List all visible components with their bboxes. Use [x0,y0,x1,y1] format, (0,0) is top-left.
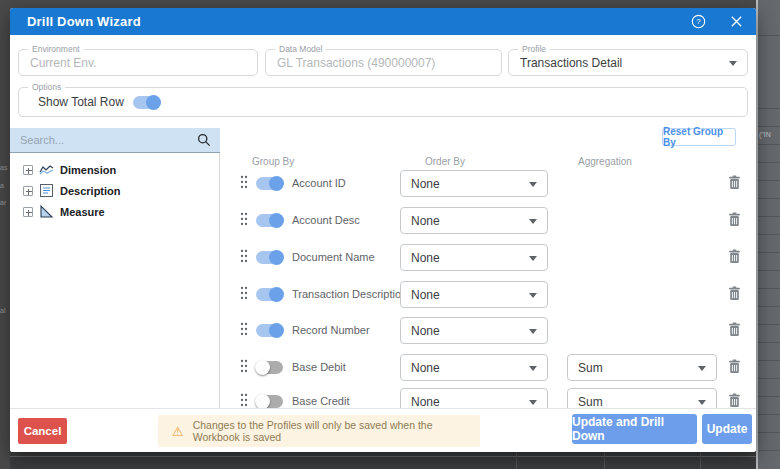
row-field-label: Account ID [292,177,346,189]
order-by-select[interactable]: None [400,354,548,381]
drag-handle-icon[interactable] [240,322,248,340]
search-placeholder: Search... [20,134,64,146]
trash-icon[interactable] [728,393,742,408]
order-by-select[interactable]: None [400,170,548,197]
group-by-row: Record NumberNone [220,313,756,347]
background-row-line [758,216,780,217]
background-top [10,0,756,8]
group-by-toggle[interactable] [256,177,283,190]
order-by-select[interactable]: None [400,281,548,308]
background-row-line [758,432,780,433]
trash-icon[interactable] [728,322,742,338]
background-text-fragment: a [0,182,4,189]
chevron-down-icon [529,182,537,187]
environment-label: Environment [28,44,84,54]
chevron-down-icon [529,329,537,334]
background-left: asaaral [0,0,10,469]
help-icon[interactable]: ? [691,14,706,29]
order-by-select[interactable]: None [400,244,548,271]
trash-icon[interactable] [728,175,742,191]
background-row-line [758,198,780,199]
search-input[interactable]: Search... [10,128,220,153]
aggregation-value: Sum [578,395,603,408]
tree-item-dimension[interactable]: Dimension [10,159,219,180]
warning-icon: ⚠ [172,425,184,438]
close-icon[interactable] [729,14,744,29]
drag-handle-icon[interactable] [240,393,248,408]
background-row-line [758,126,780,127]
trash-icon[interactable] [728,359,742,375]
background-text-fragment: ("IN [759,131,771,138]
show-total-row-label: Show Total Row [38,95,124,109]
options-group: Options Show Total Row [18,87,748,117]
drag-handle-icon[interactable] [240,359,248,377]
tree-item-description[interactable]: Description [10,180,219,201]
group-by-rows: Account IDNoneAccount DescNoneDocument N… [220,164,756,408]
trash-icon[interactable] [728,286,742,302]
search-icon[interactable] [197,133,211,147]
aggregation-select[interactable]: Sum [567,388,717,408]
group-by-toggle[interactable] [256,251,283,264]
order-by-select[interactable]: None [400,207,548,234]
group-by-toggle[interactable] [256,214,283,227]
tree-item-label: Dimension [60,164,116,176]
reset-group-by-button[interactable]: Reset Group By [662,128,736,146]
background-row-line [758,450,780,451]
background-row-line [758,396,780,397]
chevron-down-icon [529,400,537,405]
trash-icon[interactable] [728,212,742,228]
background-bottom [10,452,756,469]
drag-handle-icon[interactable] [240,175,248,193]
order-by-value: None [411,177,440,191]
expand-plus-icon[interactable] [23,186,33,196]
group-by-row: Base DebitNoneSum [220,350,756,384]
drill-down-wizard-dialog: Drill Down Wizard ? Environment Current … [10,8,756,452]
chevron-down-icon [698,400,706,405]
order-by-select[interactable]: None [400,388,548,408]
svg-text:?: ? [696,17,701,26]
order-by-value: None [411,324,440,338]
tree-item-measure[interactable]: Measure [10,201,219,222]
group-by-toggle[interactable] [256,288,283,301]
background-row-line [758,414,780,415]
dialog-title: Drill Down Wizard [10,14,141,29]
profile-select[interactable]: Profile Transactions Detail [508,49,748,76]
trash-icon[interactable] [728,249,742,265]
update-and-drill-down-button[interactable]: Update and Drill Down [572,414,697,444]
background-row-line [758,342,780,343]
expand-plus-icon[interactable] [23,207,33,217]
row-field-label: Transaction Description [292,288,407,300]
drag-handle-icon[interactable] [240,286,248,304]
chevron-down-icon [529,366,537,371]
background-row-line [758,252,780,253]
row-field-label: Base Debit [292,361,346,373]
order-by-value: None [411,288,440,302]
background-row-line [758,306,780,307]
cancel-button[interactable]: Cancel [18,418,67,444]
order-by-value: None [411,251,440,265]
group-by-toggle[interactable] [256,361,283,374]
field-tree-panel: Search... DimensionDescriptionMeasure [10,128,220,408]
chevron-down-icon [529,219,537,224]
group-by-toggle[interactable] [256,324,283,337]
group-by-row: Transaction DescriptionNone [220,277,756,311]
aggregation-select[interactable]: Sum [567,354,717,381]
background-row-line [758,35,780,36]
dialog-footer: Cancel ⚠ Changes to the Profiles will on… [10,408,756,452]
warning-banner: ⚠ Changes to the Profiles will only be s… [158,415,480,447]
background-table: ("IN [756,0,780,469]
group-by-toggle[interactable] [256,395,283,408]
line-chart-icon [39,162,54,177]
expand-plus-icon[interactable] [23,165,33,175]
group-by-row: Base CreditNoneSum [220,384,756,408]
show-total-row-toggle[interactable] [133,96,160,109]
update-button[interactable]: Update [702,414,752,444]
order-by-value: None [411,395,440,408]
order-by-select[interactable]: None [400,317,548,344]
background-grid-line [700,452,701,469]
order-by-value: None [411,361,440,375]
drag-handle-icon[interactable] [240,249,248,267]
background-row-line [758,288,780,289]
drag-handle-icon[interactable] [240,212,248,230]
background-text-fragment: as [0,164,7,171]
